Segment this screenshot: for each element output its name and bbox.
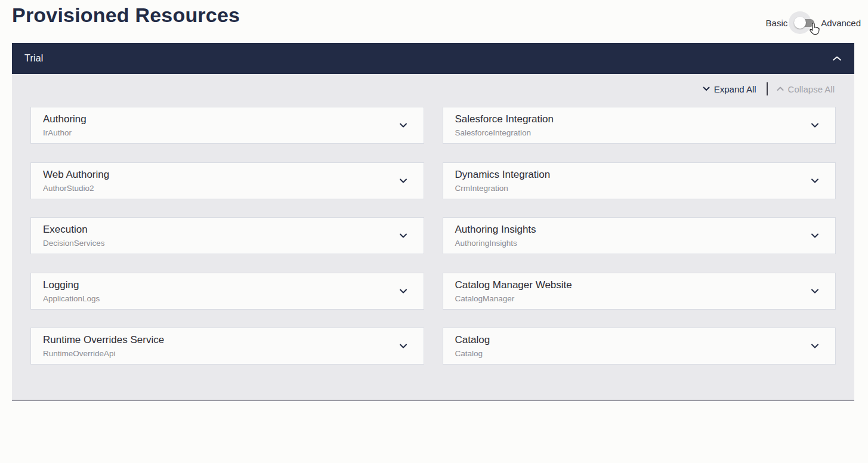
section-title: Trial: [24, 53, 44, 64]
basic-advanced-switch[interactable]: [787, 11, 821, 35]
resource-card-web-authoring[interactable]: Web Authoring AuthorStudio2: [30, 162, 424, 199]
card-subtitle: AuthorStudio2: [43, 184, 388, 193]
page-title: Provisioned Resources: [12, 4, 240, 27]
toggle-label-basic: Basic: [766, 18, 788, 28]
controls-divider: [767, 82, 768, 95]
resource-card-dynamics-integration[interactable]: Dynamics Integration CrmIntegration: [443, 162, 836, 199]
resource-card-execution[interactable]: Execution DecisionServices: [30, 217, 424, 254]
chevron-down-icon: [399, 233, 407, 239]
chevron-up-icon: [777, 87, 784, 91]
chevron-down-icon: [811, 344, 819, 349]
mode-toggle: Basic Advanced: [766, 11, 861, 35]
card-title: Salesforce Integration: [455, 113, 800, 125]
card-title: Runtime Overrides Service: [43, 334, 388, 346]
resource-card-authoring[interactable]: Authoring IrAuthor: [30, 107, 424, 144]
card-title: Authoring: [43, 113, 388, 125]
resource-card-salesforce-integration[interactable]: Salesforce Integration SalesforceIntegra…: [443, 107, 836, 144]
card-title: Web Authoring: [43, 169, 388, 181]
chevron-down-icon: [811, 233, 819, 239]
toggle-label-advanced: Advanced: [821, 18, 861, 28]
card-subtitle: CatalogManager: [455, 294, 800, 303]
card-subtitle: Catalog: [455, 349, 800, 358]
section-header-trial[interactable]: Trial: [12, 43, 854, 74]
chevron-down-icon: [399, 123, 407, 128]
card-subtitle: IrAuthor: [43, 128, 388, 137]
chevron-up-icon[interactable]: [832, 55, 842, 61]
resource-card-catalog-manager-website[interactable]: Catalog Manager Website CatalogManager: [443, 273, 836, 310]
chevron-down-icon: [399, 344, 407, 349]
card-title: Logging: [43, 279, 388, 291]
expand-collapse-controls: Expand All Collapse All: [703, 82, 835, 96]
trial-panel: Expand All Collapse All Authoring IrAuth…: [12, 74, 854, 401]
card-title: Execution: [43, 224, 388, 236]
chevron-down-icon: [703, 87, 710, 91]
card-subtitle: RuntimeOverrideApi: [43, 349, 388, 358]
card-title: Catalog: [455, 334, 800, 346]
chevron-down-icon: [811, 123, 819, 128]
chevron-down-icon: [811, 178, 819, 183]
card-subtitle: SalesforceIntegration: [455, 128, 800, 137]
resource-card-authoring-insights[interactable]: Authoring Insights AuthoringInsights: [443, 217, 836, 254]
collapse-all-button[interactable]: Collapse All: [777, 84, 835, 94]
card-subtitle: AuthoringInsights: [455, 239, 800, 248]
collapse-all-label: Collapse All: [788, 84, 835, 94]
card-title: Authoring Insights: [455, 224, 800, 236]
card-subtitle: ApplicationLogs: [43, 294, 388, 303]
card-subtitle: DecisionServices: [43, 239, 388, 248]
expand-all-label: Expand All: [714, 84, 756, 94]
chevron-down-icon: [399, 178, 407, 183]
resource-card-logging[interactable]: Logging ApplicationLogs: [30, 273, 424, 310]
chevron-down-icon: [811, 288, 819, 294]
card-title: Dynamics Integration: [455, 169, 800, 181]
chevron-down-icon: [399, 288, 407, 294]
resource-card-catalog[interactable]: Catalog Catalog: [443, 328, 836, 365]
card-subtitle: CrmIntegration: [455, 184, 800, 193]
resource-card-grid: Authoring IrAuthor Salesforce Integratio…: [30, 107, 836, 365]
card-title: Catalog Manager Website: [455, 279, 800, 291]
resource-card-runtime-overrides-service[interactable]: Runtime Overrides Service RuntimeOverrid…: [30, 328, 424, 365]
expand-all-button[interactable]: Expand All: [703, 84, 756, 94]
